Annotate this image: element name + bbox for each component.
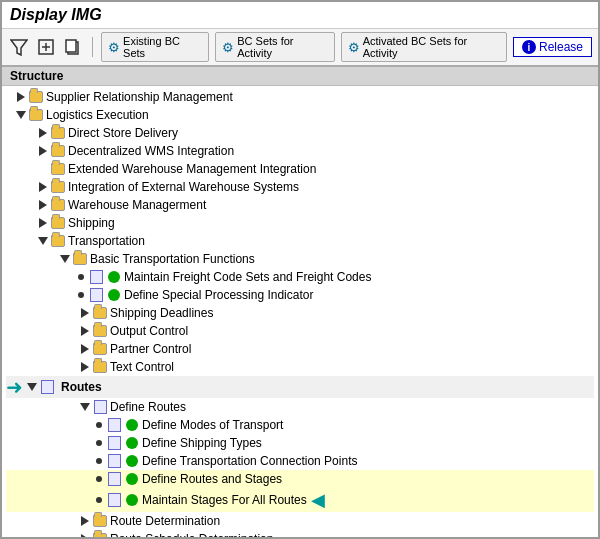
green-icon (124, 417, 140, 433)
list-item[interactable]: Define Routes and Stages (6, 470, 594, 488)
collapse-toggle[interactable] (25, 380, 39, 394)
list-item[interactable]: Maintain Stages For All Routes ◀ (6, 488, 594, 512)
doc-icon (106, 453, 122, 469)
expand-toggle[interactable] (78, 532, 92, 537)
tree-content: Supplier Relationship Management Logisti… (2, 86, 598, 537)
doc-icon (106, 492, 122, 508)
list-item[interactable]: Define Routes (6, 398, 594, 416)
list-item[interactable]: Basic Transportation Functions (6, 250, 594, 268)
list-item[interactable]: Text Control (6, 358, 594, 376)
item-label: Basic Transportation Functions (90, 252, 255, 266)
item-label: Maintain Stages For All Routes (142, 493, 307, 507)
svg-marker-0 (11, 40, 27, 55)
bc-sets-activity-label: BC Sets for Activity (237, 35, 327, 59)
item-label: Define Shipping Types (142, 436, 262, 450)
bullet-icon (96, 458, 102, 464)
collapse-toggle[interactable] (58, 252, 72, 266)
bc-sets-activity-button[interactable]: ⚙ BC Sets for Activity (215, 32, 334, 62)
bullet-icon (96, 422, 102, 428)
existing-bc-sets-label: Existing BC Sets (123, 35, 202, 59)
expand-toggle[interactable] (14, 90, 28, 104)
green-icon (106, 287, 122, 303)
expand-icon[interactable] (35, 36, 56, 58)
collapse-toggle[interactable] (78, 400, 92, 414)
doc-icon (106, 417, 122, 433)
activated-icon: ⚙ (348, 40, 360, 55)
list-item[interactable]: ➜ Routes (6, 376, 594, 398)
folder-icon (92, 513, 108, 529)
list-item[interactable]: Shipping (6, 214, 594, 232)
item-label: Integration of External Warehouse System… (68, 180, 299, 194)
green-icon (124, 435, 140, 451)
item-label: Define Transportation Connection Points (142, 454, 357, 468)
list-item[interactable]: Route Schedule Determination (6, 530, 594, 537)
bullet-icon (78, 292, 84, 298)
arrow-right-icon: ◀ (311, 489, 325, 511)
expand-toggle[interactable] (36, 216, 50, 230)
copy-icon[interactable] (63, 36, 84, 58)
collapse-toggle[interactable] (14, 108, 28, 122)
list-item[interactable]: Transportation (6, 232, 594, 250)
doc-icon (106, 471, 122, 487)
item-label: Route Determination (110, 514, 220, 528)
expand-toggle[interactable] (36, 144, 50, 158)
main-window: Display IMG ⚙ Existing BC Sets (0, 0, 600, 539)
item-label: Warehouse Managerment (68, 198, 206, 212)
bullet-icon (96, 440, 102, 446)
expand-toggle[interactable] (78, 342, 92, 356)
item-label: Output Control (110, 324, 188, 338)
list-item[interactable]: Partner Control (6, 340, 594, 358)
expand-toggle[interactable] (36, 198, 50, 212)
expand-toggle[interactable] (78, 514, 92, 528)
expand-toggle[interactable] (78, 306, 92, 320)
doc-icon (88, 287, 104, 303)
release-button[interactable]: i Release (513, 37, 592, 57)
list-item[interactable]: Define Special Processing Indicator (6, 286, 594, 304)
item-label: Define Special Processing Indicator (124, 288, 313, 302)
folder-icon (50, 161, 66, 177)
item-label: Direct Store Delivery (68, 126, 178, 140)
item-label: Shipping Deadlines (110, 306, 213, 320)
bc-activity-icon: ⚙ (222, 40, 234, 55)
green-icon (124, 453, 140, 469)
folder-icon (92, 323, 108, 339)
list-item[interactable]: Define Transportation Connection Points (6, 452, 594, 470)
arrow-left-icon: ➜ (6, 377, 23, 397)
list-item[interactable]: Define Shipping Types (6, 434, 594, 452)
item-label: Routes (61, 380, 102, 394)
list-item[interactable]: Logistics Execution (6, 106, 594, 124)
bc-sets-icon: ⚙ (108, 40, 120, 55)
item-label: Partner Control (110, 342, 191, 356)
svg-rect-5 (66, 40, 76, 52)
green-icon (106, 269, 122, 285)
list-item[interactable]: Extended Warehouse Management Integratio… (6, 160, 594, 178)
list-item[interactable]: Decentralized WMS Integration (6, 142, 594, 160)
expand-toggle[interactable] (36, 126, 50, 140)
title-bar: Display IMG (2, 2, 598, 29)
list-item[interactable]: Define Modes of Transport (6, 416, 594, 434)
doc-icon (92, 399, 108, 415)
list-item[interactable]: Warehouse Managerment (6, 196, 594, 214)
activated-bc-sets-button[interactable]: ⚙ Activated BC Sets for Activity (341, 32, 507, 62)
list-item[interactable]: Output Control (6, 322, 594, 340)
list-item[interactable]: Direct Store Delivery (6, 124, 594, 142)
expand-toggle[interactable] (78, 324, 92, 338)
item-label: Text Control (110, 360, 174, 374)
folder-icon (50, 197, 66, 213)
existing-bc-sets-button[interactable]: ⚙ Existing BC Sets (101, 32, 209, 62)
collapse-toggle[interactable] (36, 234, 50, 248)
list-item[interactable]: Maintain Freight Code Sets and Freight C… (6, 268, 594, 286)
folder-icon (50, 143, 66, 159)
expand-toggle[interactable] (78, 360, 92, 374)
filter-icon[interactable] (8, 36, 29, 58)
item-label: Shipping (68, 216, 115, 230)
green-icon (124, 471, 140, 487)
list-item[interactable]: Shipping Deadlines (6, 304, 594, 322)
item-label: Define Routes (110, 400, 186, 414)
expand-toggle[interactable] (36, 180, 50, 194)
folder-icon (50, 179, 66, 195)
list-item[interactable]: Integration of External Warehouse System… (6, 178, 594, 196)
folder-icon (28, 107, 44, 123)
list-item[interactable]: Supplier Relationship Management (6, 88, 594, 106)
list-item[interactable]: Route Determination (6, 512, 594, 530)
